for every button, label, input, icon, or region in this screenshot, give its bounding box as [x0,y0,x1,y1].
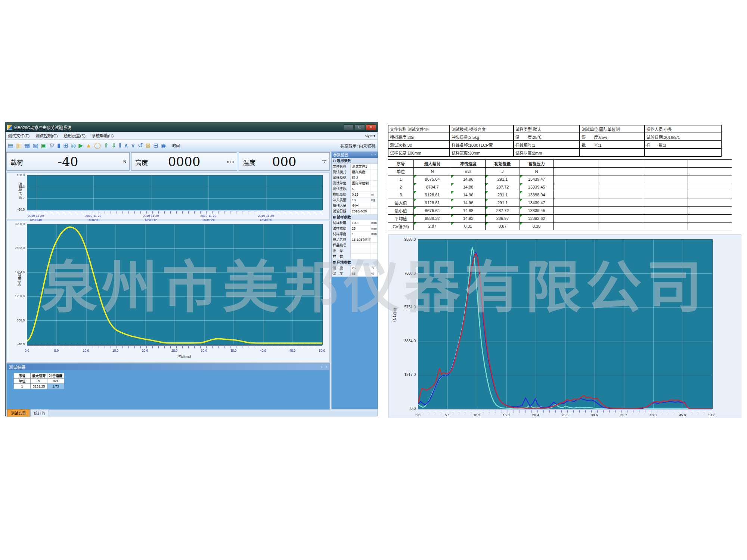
report-cell [554,191,598,199]
power-icon[interactable]: ◉ [161,142,166,149]
results-panel-titlebar: 测试结果 ♀ × [7,364,329,370]
new-file-icon[interactable]: ▤ [8,142,13,149]
param-value[interactable] [351,254,371,259]
report-cell [554,223,598,230]
info-cell: 测试次数:30 [388,141,450,149]
pin-icon[interactable]: ♀ [371,153,373,156]
tab-0[interactable]: 测试结果 [7,409,30,417]
open-file-icon[interactable]: ▥ [16,142,22,149]
report-cell: 9128.61 [414,199,451,207]
x-tick-label: 35.7 [620,413,627,417]
chart-canvas [418,240,712,409]
param-unit [371,169,378,175]
target-icon[interactable]: ◎ [71,142,76,149]
info-cell: 操作人员:小葵 [645,125,721,133]
grid-icon[interactable]: ⊞ [63,142,68,149]
param-value[interactable]: 模拟高度 [351,169,371,175]
x-tick-label: 35.0 [230,349,237,353]
sidebar-titlebar: 参数设置 ♀ × [332,152,378,158]
x-tick-label: 51.0 [709,413,716,417]
pause-icon[interactable]: ‖ [119,142,121,149]
x-tick-label: 10.0 [83,349,89,353]
param-label: 批 号 [332,248,351,253]
tab-1[interactable]: 统计值 [30,409,49,417]
report-cell: 13339.45 [520,207,554,215]
param-value[interactable]: 15-105钢丝带 [351,237,371,242]
arc-icon[interactable]: ◯ [94,142,101,149]
report-cell: 289.97 [486,215,520,223]
param-label: 样品编号 [332,243,351,248]
param-value[interactable]: 小田 [351,203,371,208]
sidebar-row: 试样长度100mm [332,220,378,226]
menu-items: 测试文件(F)测试控制(C)通用设置(S)系统帮助(H) [8,133,120,139]
param-value[interactable]: 默认 [351,175,371,180]
save-icon[interactable]: ▦ [24,142,30,149]
start-icon[interactable]: ▶ [78,142,83,149]
maximize-button[interactable]: ▢ [354,124,365,130]
param-value[interactable]: 25 [351,265,371,271]
y-tick-label: 1904.0 [7,270,25,274]
param-value[interactable]: 1 [351,231,371,237]
results-table: 序号最大载荷冲击速度单位Nm/s13131.251.73 [13,373,64,389]
expand-icon[interactable]: ∨ [131,142,135,149]
report-cell [554,168,598,175]
sidebar-group-2[interactable]: ⊟ 环境参数 [332,259,378,265]
report-table-icon[interactable]: ⊟ [153,142,158,149]
report-cell [598,215,643,223]
param-value[interactable] [351,248,371,253]
param-unit [371,203,378,208]
close-icon[interactable]: × [374,153,376,156]
time-label: 时间: [172,143,181,148]
report-cell: 291.1 [486,191,520,199]
param-value[interactable]: 65 [351,271,371,276]
results-cell: 最大载荷 [31,373,47,379]
sidebar-row: 冲头质量10kg [332,197,378,203]
param-value[interactable]: 0.15 [351,192,371,197]
monitor-config-icon[interactable]: ▣ [41,142,47,149]
temperature-chart: 温度(℃) 150.083.316.7-50.0 2019-11-2918:39… [6,172,330,220]
report-cell: 13439.47 [520,175,554,183]
sidebar-group-1[interactable]: ⊟ 试样参数 [332,214,378,220]
gear-icon[interactable]: ⚙ [49,142,55,149]
param-label: 湿 度 [332,271,351,276]
pin-icon[interactable]: ♀ [320,365,323,369]
param-value[interactable]: 5 [351,186,371,192]
hammer-icon[interactable]: ▲ [86,142,92,149]
sidebar-group-0[interactable]: ⊟ 通用参数 [332,158,378,164]
report-cell: 0.67 [486,223,520,230]
menu-item-1[interactable]: 测试控制(C) [35,134,58,138]
param-value[interactable]: 测试文件1 [351,164,371,169]
report-cell [643,160,688,168]
param-unit: mm [371,231,378,237]
minimize-button[interactable]: – [343,124,354,130]
close-icon[interactable]: × [325,365,327,369]
param-value[interactable]: 100 [351,220,371,225]
sidebar-row: 文件名称测试文件1 [332,164,378,169]
param-value[interactable]: 25 [351,226,371,231]
close-button[interactable]: × [366,124,376,130]
param-value[interactable]: 10 [351,197,371,203]
param-label: 样品名称 [332,237,351,242]
menu-item-3[interactable]: 系统帮助(H) [92,134,114,138]
collapse-icon[interactable]: ∧ [124,142,128,149]
lock-icon[interactable]: ⊠ [145,142,150,149]
undo-icon[interactable]: ↺ [138,142,143,149]
report-cell [598,168,643,175]
param-value[interactable] [351,243,371,248]
report-cell: N [414,168,451,175]
menu-item-2[interactable]: 通用设置(S) [63,134,86,138]
style-dropdown[interactable]: style ▾ [365,134,375,138]
temp-plot-area [27,175,323,210]
results-cell: N [31,379,47,384]
gauge-icon[interactable]: ▮ [57,142,61,149]
param-label: 样 数 [332,254,351,259]
move-up-icon[interactable]: ⇑ [103,142,108,149]
save-as-icon[interactable]: ▧ [32,142,38,149]
temp-x-axis [27,211,322,214]
menu-item-0[interactable]: 测试文件(F) [8,134,30,138]
param-value[interactable]: 国际单位制 [351,181,371,186]
report-cell: 0.38 [520,223,554,230]
report-cell [643,215,688,223]
param-value[interactable]: 2016/4/20 [351,209,371,214]
move-down-icon[interactable]: ⇓ [111,142,116,149]
